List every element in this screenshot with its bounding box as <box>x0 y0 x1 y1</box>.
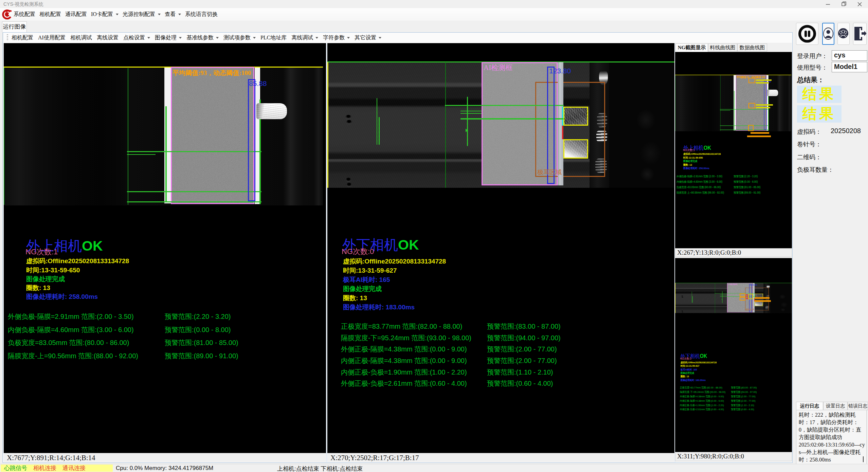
camera2-measurement: 内侧正极-负极=1.90mm 范围:(1.00 - 2.20) <box>680 403 724 407</box>
camera2-measurement-warn: 预警范围:(2.00 - 77.00) <box>487 345 557 354</box>
menu-item-view[interactable]: 查看 <box>165 11 181 18</box>
ref-line-green-vertical <box>720 75 721 131</box>
camera2-info-row: 圈数: 13 <box>343 294 367 303</box>
camera1-info-row: 图像处理完成 <box>26 275 65 284</box>
camera2-measurement-warn: 预警范围:(0.60 - 4.00) <box>487 379 553 388</box>
toolbar-item-offline-settings[interactable]: 离线设置 <box>97 34 119 41</box>
measure-line-green <box>127 154 156 155</box>
virtual-code-value: 20250208 <box>831 127 861 135</box>
menu-bar: 系统配置 相机配置 通讯配置 IO卡配置 光源控制配置 查看 系统语言切换 <box>0 8 868 21</box>
toolbar-grip-icon[interactable] <box>7 34 8 41</box>
metal-highlight <box>599 71 608 85</box>
log-tab-settings[interactable]: 设置日志 <box>823 402 848 410</box>
camera1-measurement-warn: 预警范围:(89.00 - 91.00) <box>734 191 761 195</box>
window-edge-strip <box>0 32 3 463</box>
dropdown-arrow-icon <box>379 37 381 39</box>
camera2-measurement-warn: 预警范围:(94.00 - 97.00) <box>487 333 561 343</box>
camera1-measurement-warn: 预警范围:(2.20 - 3.20) <box>165 312 231 321</box>
toolbar-item-char-params[interactable]: 字符参数 <box>323 34 350 41</box>
tab-run-image[interactable]: 运行图像 <box>2 21 27 32</box>
defect-box-red <box>746 294 748 299</box>
menu-item-comm-config[interactable]: 通讯配置 <box>65 11 87 18</box>
login-user-input[interactable]: cys <box>832 50 867 61</box>
close-icon <box>852 0 868 8</box>
camera-check-status: 上相机:点检结束 下相机:点检结束 <box>277 465 363 472</box>
metal-highlight <box>595 159 607 173</box>
threshold-label: 平均阈值:93，动态阈值:100 <box>173 69 251 77</box>
camera1-image: 平均阈值:93，动态阈值:100 85.88 <box>4 43 326 453</box>
preview2-ng-image[interactable]: AI检测框 极耳区域 123.80 外下相机OK NG次数:0 虚拟码:Offl… <box>675 258 792 452</box>
text-caret <box>863 456 864 462</box>
toolbar-item-camera-debug[interactable]: 相机调试 <box>70 34 92 41</box>
defect-annotation <box>751 132 769 134</box>
pause-button[interactable] <box>796 23 818 45</box>
edge-line-green <box>4 68 4 205</box>
log-tab-run[interactable]: 运行日志 <box>796 402 823 410</box>
window-title: CYS-视觉检测系统 <box>3 1 43 7</box>
edge-line-red <box>562 126 563 139</box>
user-icon <box>823 23 834 44</box>
preview1-ng-image[interactable]: 平均阈值:93，动态阈值:100 85.88 外上相机OK NG次数:1 虚拟码… <box>675 52 792 248</box>
dropdown-arrow-icon <box>253 37 256 39</box>
edge-detect-line-green <box>259 99 261 204</box>
separator-strip-white <box>734 75 736 130</box>
dropdown-arrow-icon <box>179 37 182 39</box>
tab-detect-box-yellow <box>563 139 588 159</box>
camera-frame-right <box>264 68 323 205</box>
logout-button[interactable] <box>853 23 867 45</box>
preview-tab-material-line-curve[interactable]: 料线曲线图 <box>708 43 737 52</box>
toolbar-item-other-settings[interactable]: 其它设置 <box>355 34 381 41</box>
roller-column <box>590 62 609 188</box>
minimize-button[interactable] <box>820 0 836 8</box>
user-button[interactable] <box>822 23 834 45</box>
preview-tab-ng-screenshot[interactable]: NG截图显示 <box>675 43 708 52</box>
measure-line-green <box>720 125 769 126</box>
camera1-info-row: 虚拟码:Offline20250208133134728 <box>683 152 721 156</box>
camera1-result: OK <box>704 145 711 151</box>
camera1-measurement-warn: 预警范围:(0.00 - 8.00) <box>734 180 758 184</box>
camera2-measurement: 外侧正极-负极=2.61mm 范围:(0.60 - 4.00) <box>680 408 724 411</box>
defect-box-orange <box>740 293 745 297</box>
camera-connection-badge: 相机连接 <box>33 464 56 472</box>
model-input[interactable]: Model1 <box>832 62 867 72</box>
dropdown-arrow-icon <box>315 37 318 39</box>
comm-connection-badge: 通讯连接 <box>62 464 86 472</box>
users-button[interactable] <box>837 23 850 45</box>
log-content[interactable]: 耗时：222，缺陷检测耗时：17，缺陷分类耗时：0，缺陷提取分区耗时：直方图提取… <box>796 410 867 464</box>
close-button[interactable] <box>852 0 868 8</box>
toolbar-item-spot-check-settings[interactable]: 点检设置 <box>123 34 150 41</box>
toolbar-item-baseline-params[interactable]: 基准线参数 <box>186 34 219 41</box>
toolbar: 相机配置 AI使用配置 相机调试 离线设置 点检设置 图像处理 基准线参数 测试… <box>3 33 792 43</box>
menu-item-language-switch[interactable]: 系统语言切换 <box>185 11 218 18</box>
camera1-view-panel[interactable]: 平均阈值:93，动态阈值:100 85.88 外上相机OK NG次数:1 虚拟码… <box>4 43 326 462</box>
toolbar-item-camera-config[interactable]: 相机配置 <box>12 34 33 41</box>
log-tab-errors[interactable]: 错误日志 <box>848 402 868 410</box>
menu-item-light-control-config[interactable]: 光源控制配置 <box>123 11 161 18</box>
toolbar-item-image-processing[interactable]: 图像处理 <box>155 34 182 41</box>
edge-detect-line-green <box>734 91 734 130</box>
menu-item-io-card-config[interactable]: IO卡配置 <box>91 11 119 18</box>
maximize-button[interactable] <box>836 0 852 8</box>
camera1-info-row: 图像处理耗时: 258.00ms <box>683 167 709 170</box>
camera2-view-panel[interactable]: AI检测框 极耳区域 123.80 外下相机OK NG次数:0 虚拟码:Offl… <box>327 43 674 462</box>
preview-tab-data-curve[interactable]: 数据曲线图 <box>737 43 767 52</box>
measure-line-green <box>445 105 564 106</box>
menu-item-camera-config[interactable]: 相机配置 <box>39 11 61 18</box>
screw-icon <box>346 120 352 124</box>
toolbar-item-offline-debug[interactable]: 离线调试 <box>291 34 318 41</box>
status-bar: 心跳信号 相机连接 通讯连接 Cpu: 0.0% Memory: 3424.41… <box>0 464 868 472</box>
toolbar-item-test-item-params[interactable]: 测试项参数 <box>223 34 256 41</box>
toolbar-item-ai-usage-config[interactable]: AI使用配置 <box>38 34 66 41</box>
tab-detect-box-yellow <box>563 107 588 126</box>
camera2-name: 外下相机 <box>342 237 398 253</box>
camera2-measurement-warn: 预警范围:(2.00 - 77.00) <box>487 356 557 365</box>
edge-detect-line-green <box>467 97 468 146</box>
defect-box-orange <box>748 103 755 108</box>
logout-icon <box>853 23 866 44</box>
menu-item-system-config[interactable]: 系统配置 <box>14 11 35 18</box>
camera2-measurement-warn: 预警范围:(2.00 - 77.00) <box>731 395 756 398</box>
edge-detect-line-green <box>379 117 380 145</box>
separator-strip-white <box>255 68 260 204</box>
anode-tab-count-label: 负极耳数量： <box>797 166 834 174</box>
toolbar-item-plc-address-lib[interactable]: PLC地址库 <box>260 34 287 41</box>
